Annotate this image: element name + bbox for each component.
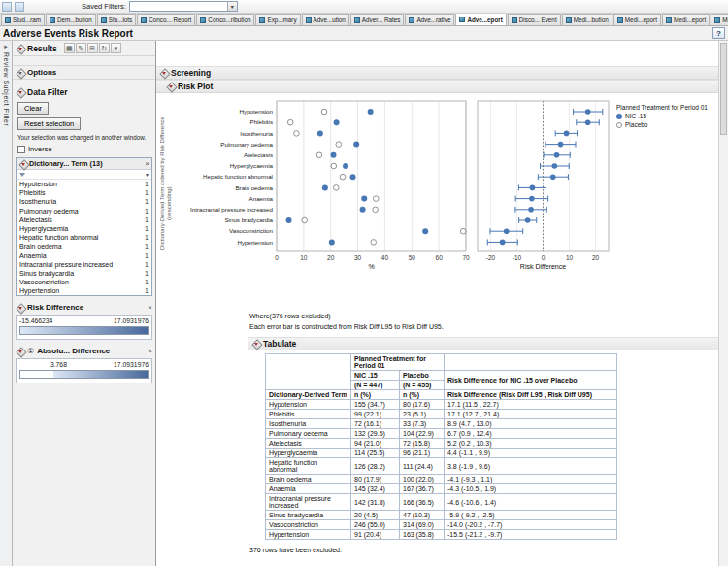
report-tab[interactable]: Conco...ribution: [196, 14, 254, 25]
table-corner: [445, 354, 617, 371]
risk-plot-chart[interactable]: Dictionary-Derived Term ordered by Risk …: [160, 96, 611, 271]
term-list-item[interactable]: Isosthenuria1: [17, 197, 151, 206]
report-tab[interactable]: Stud...ram: [1, 14, 45, 25]
term-list-item[interactable]: Hyperglycaemia1: [17, 224, 151, 233]
report-tab[interactable]: Stu...lots: [97, 14, 137, 25]
term-count: 1: [145, 197, 149, 206]
table-cell-riskdiff: -14.0 (-20.2 , -7.7): [445, 520, 617, 530]
pin-icon: ▸: [4, 43, 8, 50]
report-tab-icon: [259, 17, 265, 23]
legend-item[interactable]: NIC .15: [616, 113, 715, 119]
report-tab-icon: [617, 17, 623, 23]
table-cell-placebo: 314 (69.0): [400, 520, 445, 530]
report-tab-label: Adver... Rates: [362, 17, 401, 23]
report-tab-label: Conco...ribution: [208, 17, 250, 23]
data-filter-disclosure-icon[interactable]: [16, 88, 24, 97]
term-filter-search-row[interactable]: ▾: [17, 170, 151, 180]
report-tab[interactable]: Medi...bution: [562, 14, 612, 25]
term-list-item[interactable]: Pulmonary oedema1: [17, 207, 151, 216]
term-list-item[interactable]: Phlebitis1: [17, 188, 151, 197]
options-section[interactable]: Options: [13, 65, 155, 80]
term-filter-disclosure-icon[interactable]: [18, 159, 27, 168]
options-disclosure-icon[interactable]: [16, 68, 24, 77]
report-tab[interactable]: Adver... Rates: [350, 14, 405, 25]
report-tab[interactable]: Adve...rative: [405, 14, 454, 25]
term-list-item[interactable]: Vasoconstriction1: [17, 278, 151, 286]
report-tab-icon: [354, 17, 360, 23]
svg-text:10: 10: [300, 254, 308, 261]
svg-text:Hyperglycaemia: Hyperglycaemia: [230, 162, 274, 169]
table-cell-placebo: 100 (22.0): [400, 475, 445, 484]
inverse-checkbox[interactable]: [17, 146, 25, 153]
risk-slider-track[interactable]: [19, 326, 149, 335]
term-list-item[interactable]: Sinus bradycardia1: [17, 269, 151, 278]
term-list-item[interactable]: Hepatic function abnormal1: [17, 233, 151, 242]
term-list-item[interactable]: Brain oedema1: [17, 242, 151, 250]
abs-slider-disclosure-icon[interactable]: [16, 347, 24, 355]
term-list-item[interactable]: Anaemia1: [17, 251, 151, 260]
menu-icon[interactable]: ▾: [111, 43, 121, 53]
term-label: Atelectasis: [19, 216, 52, 224]
risk-plot-disclosure-icon[interactable]: [166, 83, 175, 91]
plot-notes: Where(376 rows excluded) Each error bar …: [249, 312, 718, 332]
screening-disclosure-icon[interactable]: [159, 69, 168, 78]
table-cell-term: Vasoconstriction: [266, 520, 351, 530]
results-disclosure-icon[interactable]: [16, 44, 24, 52]
reset-selection-button[interactable]: Reset selection: [17, 117, 81, 130]
report-tab[interactable]: Mort...Event: [711, 14, 728, 25]
vertical-scrollbar[interactable]: [718, 41, 728, 566]
tabulate-disclosure-icon[interactable]: [251, 340, 260, 349]
report-tab[interactable]: Dem...bution: [46, 14, 96, 25]
reports-icon[interactable]: [15, 2, 24, 12]
report-tab-label: Medi...eport: [625, 17, 657, 23]
grid-icon[interactable]: ▦: [64, 43, 75, 53]
term-list-item[interactable]: Hypotension1: [17, 180, 151, 188]
saved-filters-label: Saved Filters:: [82, 2, 126, 11]
risk-slider-disclosure-icon[interactable]: [16, 303, 24, 312]
table-cell-riskdiff: -4.1 (-9.3 , 1.1): [445, 475, 617, 484]
term-list-item[interactable]: Hypertension1: [17, 286, 151, 295]
funnel-icon: [19, 173, 25, 177]
legend-item[interactable]: Placebo: [616, 121, 715, 128]
term-count: 1: [145, 278, 149, 286]
abs-slider-track[interactable]: [19, 370, 149, 379]
review-subject-filter-strip[interactable]: ▸ Review Subject Filter: [0, 41, 13, 566]
help-button[interactable]: ?: [712, 27, 725, 39]
add-window-icon[interactable]: ⊞: [87, 43, 98, 53]
term-list-item[interactable]: Atelectasis1: [17, 216, 151, 224]
table-row: Hypertension91 (20.4)163 (35.8)-15.5 (-2…: [266, 530, 617, 540]
report-tab-label: Conco... Report: [149, 17, 191, 23]
abs-slider-range[interactable]: [53, 371, 148, 378]
report-tab[interactable]: Adve...eport: [455, 14, 506, 25]
svg-text:0: 0: [275, 254, 279, 261]
window-icon[interactable]: [2, 2, 12, 12]
close-icon[interactable]: ×: [148, 304, 152, 312]
scrollbar-thumb[interactable]: [720, 43, 727, 135]
clear-button[interactable]: Clear: [17, 102, 49, 115]
tabulate-title: Tabulate: [263, 339, 296, 349]
report-tab[interactable]: Adve...ution: [302, 14, 349, 25]
term-filter-header: Dictionary... Term (13) ×: [17, 158, 151, 170]
table-cell-placebo: 96 (21.1): [400, 449, 445, 458]
report-tab[interactable]: Medi...eport: [662, 14, 710, 25]
report-tab[interactable]: Conco... Report: [137, 14, 195, 25]
risk-slider-range[interactable]: [20, 327, 148, 334]
close-icon[interactable]: ×: [148, 348, 152, 355]
report-tab-icon: [5, 17, 11, 23]
table-cell-term: Hypertension: [266, 530, 351, 540]
table-cell-term: Hyperglycaemia: [266, 449, 351, 458]
term-list-item[interactable]: Intracranial pressure increased1: [17, 260, 151, 269]
report-tab-icon: [566, 17, 572, 23]
report-tab[interactable]: Disco... Event: [508, 14, 561, 25]
report-tab[interactable]: Exp...mary: [255, 14, 300, 25]
edit-icon[interactable]: ✎: [76, 43, 86, 53]
report-tab-label: Adve...rative: [416, 17, 450, 23]
report-tab-label: Medi...bution: [574, 17, 609, 23]
report-tab[interactable]: Medi...eport: [613, 14, 661, 25]
table-cell-nic: 132 (29.5): [351, 429, 400, 439]
saved-filters-dropdown[interactable]: ▾: [129, 1, 238, 12]
legend-label: NIC .15: [625, 113, 646, 119]
close-icon[interactable]: ×: [145, 160, 149, 168]
table-cell-term: Anaemia: [266, 484, 351, 494]
refresh-icon[interactable]: ↻: [99, 43, 110, 53]
